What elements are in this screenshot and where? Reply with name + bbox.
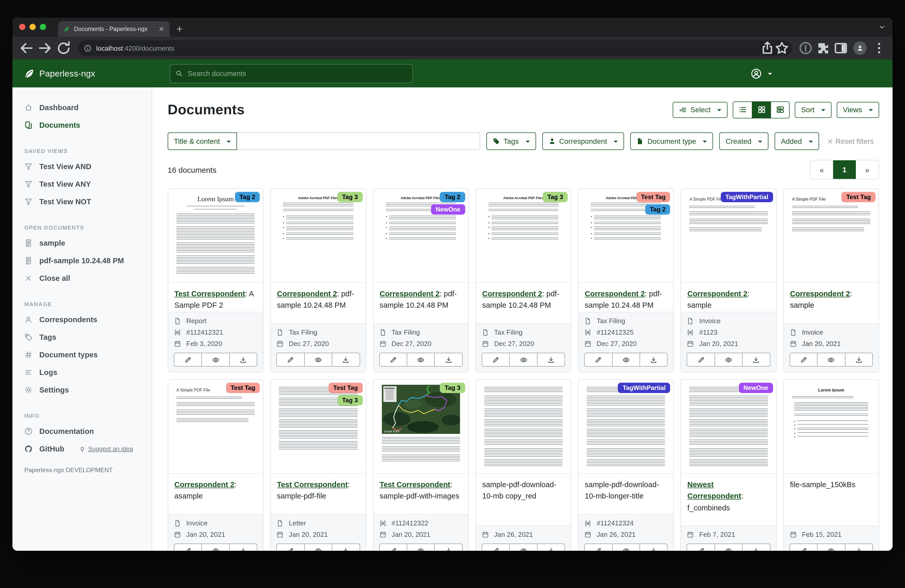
sidebar-item-documentation[interactable]: Documentation xyxy=(13,423,152,440)
edit-button[interactable] xyxy=(584,353,612,367)
document-thumbnail[interactable]: Adobe Acrobat PDF FilesTag 3 xyxy=(476,189,571,283)
tag-badge[interactable]: Tag 2 xyxy=(235,192,260,202)
download-button[interactable] xyxy=(742,353,770,367)
tag-badge[interactable]: Test Tag xyxy=(329,383,362,393)
correspondent-link[interactable]: Correspondent 2 xyxy=(585,290,645,298)
document-thumbnail[interactable]: A Simple PDF FileTest Tag xyxy=(784,189,879,283)
document-thumbnail[interactable]: Google EarthTag 3 xyxy=(373,380,468,474)
document-card[interactable]: Test TagTag 3Test Correspondent: sample-… xyxy=(270,379,366,551)
sidebar-item-correspondents[interactable]: Correspondents xyxy=(13,311,152,328)
tag-badge[interactable]: Tag 2 xyxy=(645,204,670,215)
tag-badge[interactable]: Tag 3 xyxy=(337,395,362,406)
address-bar[interactable]: localhost:4200/documents xyxy=(78,40,792,56)
preview-button[interactable] xyxy=(304,544,332,551)
correspondent-filter-button[interactable]: Correspondent xyxy=(542,132,624,150)
download-button[interactable] xyxy=(742,544,770,551)
sidebar-item-github[interactable]: GitHubSuggest an idea xyxy=(13,440,152,458)
document-card[interactable]: Adobe Acrobat PDF FilesTag 3Corresponden… xyxy=(476,188,572,372)
document-thumbnail[interactable]: Adobe Acrobat PDF FilesTest TagTag 2 xyxy=(578,189,673,283)
bookmark-star-button[interactable] xyxy=(775,41,789,55)
tag-badge[interactable]: Tag 3 xyxy=(543,192,568,202)
edit-button[interactable] xyxy=(276,353,305,367)
document-card[interactable]: Lorem ipsumfile-sample_150kBsFeb 15, 202… xyxy=(783,379,879,551)
download-button[interactable] xyxy=(229,544,257,551)
tags-filter-button[interactable]: Tags xyxy=(486,132,536,150)
sidebar-item-document-types[interactable]: Document types xyxy=(13,346,152,364)
sidebar-item-tags[interactable]: Tags xyxy=(13,328,152,346)
document-card[interactable]: TagWithPartialsample-pdf-download-10-mb-… xyxy=(578,379,674,551)
view-list-button[interactable] xyxy=(733,101,752,118)
download-button[interactable] xyxy=(845,353,873,367)
document-card[interactable]: NewOneNewest Correspondent: f_combinedsF… xyxy=(681,379,777,551)
edit-button[interactable] xyxy=(174,544,202,551)
tag-badge[interactable]: Tag 3 xyxy=(337,192,362,202)
preview-button[interactable] xyxy=(817,544,845,551)
tag-badge[interactable]: TagWithPartial xyxy=(721,192,773,202)
correspondent-link[interactable]: Correspondent 2 xyxy=(379,290,440,298)
tag-badge[interactable]: Test Tag xyxy=(637,192,670,202)
edit-button[interactable] xyxy=(482,544,510,551)
document-card[interactable]: Lorem IpsumTag 2Test Correspondent: A Sa… xyxy=(168,188,264,372)
sidebar-item-test-view-and[interactable]: Test View AND xyxy=(13,158,152,175)
document-thumbnail[interactable]: Lorem ipsum xyxy=(784,380,879,474)
added-filter-button[interactable]: Added xyxy=(775,132,819,150)
edit-button[interactable] xyxy=(174,353,202,367)
tab-close-icon[interactable] xyxy=(158,26,165,32)
zoom-window-button[interactable] xyxy=(40,24,46,30)
pagination-next-button[interactable]: » xyxy=(856,160,879,179)
minimize-window-button[interactable] xyxy=(30,24,36,30)
extensions-puzzle-button[interactable] xyxy=(816,41,830,55)
document-card[interactable]: Google EarthTag 3Test Correspondent: sam… xyxy=(373,379,469,551)
reload-button[interactable] xyxy=(56,40,71,56)
preview-button[interactable] xyxy=(407,544,435,551)
edit-button[interactable] xyxy=(687,353,715,367)
edit-button[interactable] xyxy=(789,353,818,367)
preview-button[interactable] xyxy=(714,353,743,367)
tag-badge[interactable]: Tag 2 xyxy=(440,192,465,202)
preview-button[interactable] xyxy=(612,544,640,551)
preview-button[interactable] xyxy=(714,544,743,551)
preview-button[interactable] xyxy=(510,353,538,367)
pagination-page-1[interactable]: 1 xyxy=(833,160,856,179)
download-button[interactable] xyxy=(537,544,565,551)
sidebar-item-settings[interactable]: Settings xyxy=(13,381,152,399)
download-button[interactable] xyxy=(332,353,360,367)
edit-button[interactable] xyxy=(482,353,510,367)
document-card[interactable]: A Simple PDF FileTagWithPartialCorrespon… xyxy=(681,188,777,372)
document-thumbnail[interactable]: TagWithPartial xyxy=(578,380,673,474)
user-menu[interactable] xyxy=(751,68,772,79)
close-window-button[interactable] xyxy=(19,24,25,30)
document-card[interactable]: A Simple PDF FileTest TagCorrespondent 2… xyxy=(783,188,879,372)
tag-badge[interactable]: NewOne xyxy=(739,383,773,393)
search-input[interactable] xyxy=(187,69,407,78)
sidebar-item-test-view-any[interactable]: Test View ANY xyxy=(13,175,152,193)
document-card[interactable]: Adobe Acrobat PDF FilesTag 3Corresponden… xyxy=(270,188,366,372)
pagination-prev-button[interactable]: « xyxy=(810,160,833,179)
download-button[interactable] xyxy=(537,353,565,367)
edit-button[interactable] xyxy=(379,544,407,551)
download-button[interactable] xyxy=(640,544,668,551)
edit-button[interactable] xyxy=(789,544,818,551)
app-brand[interactable]: Paperless-ngx xyxy=(13,68,170,79)
sidebar-item-logs[interactable]: Logs xyxy=(13,364,152,381)
forward-button[interactable] xyxy=(37,40,53,56)
tab-overview-chevron-icon[interactable] xyxy=(879,24,885,30)
select-button[interactable]: Select xyxy=(673,101,728,118)
browser-tab[interactable]: Documents - Paperless-ngx xyxy=(58,21,170,37)
correspondent-link[interactable]: Test Correspondent xyxy=(175,290,245,298)
views-button[interactable]: Views xyxy=(837,101,879,118)
document-thumbnail[interactable]: Test TagTag 3 xyxy=(271,380,366,474)
document-card[interactable]: Adobe Acrobat PDF FilesTest TagTag 2Corr… xyxy=(578,188,674,372)
download-button[interactable] xyxy=(434,353,463,367)
document-thumbnail[interactable]: A Simple PDF FileTest Tag xyxy=(168,380,263,474)
document-thumbnail[interactable]: Adobe Acrobat PDF FilesTag 3 xyxy=(271,189,366,283)
correspondent-link[interactable]: Newest Correspondent xyxy=(687,480,741,500)
edit-button[interactable] xyxy=(276,544,305,551)
sidebar-item-documents[interactable]: Documents xyxy=(13,116,152,134)
document-thumbnail[interactable]: Adobe Acrobat PDF FilesTag 2NewOne xyxy=(373,189,468,283)
edit-button[interactable] xyxy=(379,353,407,367)
correspondent-link[interactable]: Test Correspondent xyxy=(379,480,450,489)
sidebar-item-sample[interactable]: sample xyxy=(13,234,152,252)
sidebar-item-test-view-not[interactable]: Test View NOT xyxy=(13,193,152,211)
reset-filters-link[interactable]: Reset filters xyxy=(827,137,874,145)
